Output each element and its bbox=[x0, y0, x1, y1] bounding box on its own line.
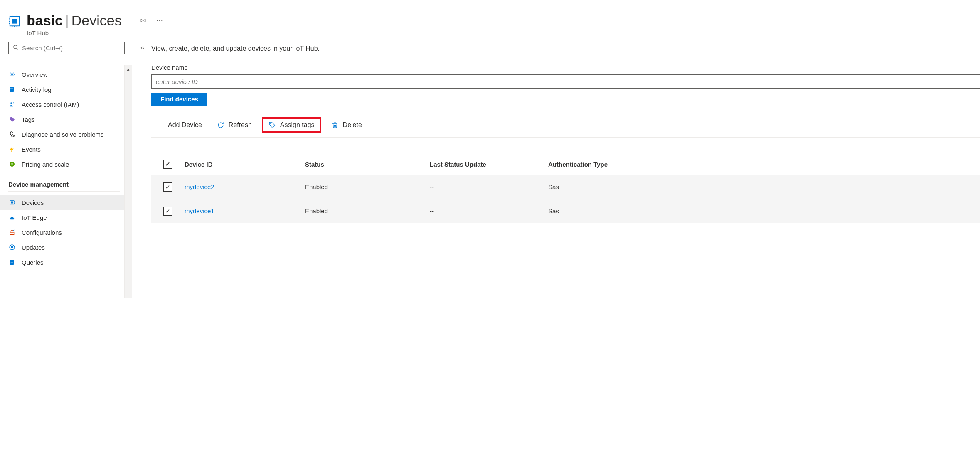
svg-rect-42 bbox=[11, 262, 13, 262]
title-separator: | bbox=[65, 12, 69, 29]
toolbar-label: Refresh bbox=[229, 121, 252, 129]
svg-line-18 bbox=[17, 48, 18, 50]
access-control-icon bbox=[8, 101, 16, 108]
sidebar-item-access-control[interactable]: Access control (IAM) bbox=[0, 97, 126, 112]
col-header-last-update[interactable]: Last Status Update bbox=[430, 161, 548, 168]
device-auth-type: Sas bbox=[548, 207, 714, 214]
pin-icon[interactable] bbox=[139, 17, 147, 25]
table-header-row: ✓ Device ID Status Last Status Update Au… bbox=[151, 153, 980, 175]
refresh-icon bbox=[217, 121, 224, 129]
sidebar-item-pricing[interactable]: $ Pricing and scale bbox=[0, 157, 126, 172]
col-header-auth-type[interactable]: Authentication Type bbox=[548, 161, 714, 168]
queries-icon bbox=[8, 258, 16, 266]
svg-rect-37 bbox=[10, 232, 14, 234]
sidebar-item-overview[interactable]: Overview bbox=[0, 67, 126, 82]
plus-icon bbox=[156, 121, 164, 129]
devices-table: ✓ Device ID Status Last Status Update Au… bbox=[151, 153, 980, 223]
main-content: View, create, delete, and update devices… bbox=[131, 42, 980, 270]
sidebar-item-label: Events bbox=[22, 146, 41, 153]
sidebar-item-events[interactable]: Events bbox=[0, 142, 126, 157]
sidebar-search[interactable] bbox=[8, 42, 125, 54]
row-checkbox[interactable]: ✓ bbox=[163, 182, 172, 192]
sidebar: ▲ Overview Activity log Access control (… bbox=[0, 42, 131, 270]
sidebar-item-label: Configurations bbox=[22, 229, 62, 236]
sidebar-scrollbar[interactable]: ▲ bbox=[124, 65, 132, 298]
sidebar-item-label: Access control (IAM) bbox=[22, 101, 79, 108]
service-label: IoT Hub bbox=[27, 30, 122, 37]
sidebar-item-updates[interactable]: Updates bbox=[0, 240, 126, 255]
activity-log-icon bbox=[8, 86, 16, 93]
refresh-button[interactable]: Refresh bbox=[212, 119, 257, 131]
sidebar-item-label: Devices bbox=[22, 199, 44, 206]
page-header: basic | Devices IoT Hub bbox=[0, 0, 980, 42]
col-header-status[interactable]: Status bbox=[305, 161, 430, 168]
assign-tags-button[interactable]: Assign tags bbox=[268, 120, 315, 130]
configurations-icon bbox=[8, 229, 16, 236]
svg-rect-43 bbox=[11, 263, 12, 263]
sidebar-item-label: Updates bbox=[22, 244, 45, 251]
device-status: Enabled bbox=[305, 207, 430, 214]
events-icon bbox=[8, 145, 16, 153]
table-row: ✓ mydevice1 Enabled -- Sas bbox=[151, 199, 980, 223]
table-row: ✓ mydevice2 Enabled -- Sas bbox=[151, 175, 980, 199]
sidebar-item-activity-log[interactable]: Activity log bbox=[0, 82, 126, 97]
svg-rect-21 bbox=[10, 88, 13, 88]
updates-icon bbox=[8, 244, 16, 251]
device-status: Enabled bbox=[305, 183, 430, 190]
sidebar-item-devices[interactable]: Devices bbox=[0, 195, 126, 210]
select-all-checkbox[interactable]: ✓ bbox=[163, 160, 172, 169]
sidebar-item-queries[interactable]: Queries bbox=[0, 255, 126, 270]
toolbar-label: Assign tags bbox=[280, 121, 315, 129]
toolbar: Add Device Refresh Assign tags bbox=[151, 117, 980, 138]
sidebar-section-device-management: Device management bbox=[8, 172, 120, 192]
svg-point-15 bbox=[159, 20, 160, 21]
devices-icon bbox=[8, 199, 16, 206]
sidebar-item-label: Diagnose and solve problems bbox=[22, 131, 104, 138]
trash-icon bbox=[331, 121, 339, 129]
tags-icon bbox=[8, 116, 16, 123]
svg-point-46 bbox=[271, 123, 271, 124]
resource-icon bbox=[8, 15, 21, 27]
device-id-link[interactable]: mydevice1 bbox=[185, 207, 305, 214]
svg-point-24 bbox=[13, 102, 14, 103]
sidebar-item-label: Pricing and scale bbox=[22, 161, 69, 168]
row-checkbox[interactable]: ✓ bbox=[163, 207, 172, 216]
sidebar-item-configurations[interactable]: Configurations bbox=[0, 225, 126, 240]
scroll-up-icon[interactable]: ▲ bbox=[125, 65, 132, 73]
device-last-update: -- bbox=[430, 207, 548, 214]
pricing-icon: $ bbox=[8, 160, 16, 168]
device-id-link[interactable]: mydevice2 bbox=[185, 183, 305, 190]
delete-button[interactable]: Delete bbox=[326, 119, 367, 131]
assign-tags-highlight: Assign tags bbox=[262, 117, 321, 133]
sidebar-item-iot-edge[interactable]: IoT Edge bbox=[0, 210, 126, 225]
device-name-label: Device name bbox=[151, 64, 980, 71]
more-icon[interactable] bbox=[156, 17, 163, 25]
svg-rect-41 bbox=[11, 261, 13, 261]
sidebar-item-tags[interactable]: Tags bbox=[0, 112, 126, 127]
search-icon bbox=[13, 44, 19, 52]
device-auth-type: Sas bbox=[548, 183, 714, 190]
sidebar-item-label: Queries bbox=[22, 259, 44, 266]
find-devices-button[interactable]: Find devices bbox=[151, 93, 207, 106]
svg-rect-30 bbox=[11, 202, 13, 203]
sidebar-item-label: IoT Edge bbox=[22, 214, 47, 221]
svg-point-23 bbox=[10, 102, 12, 104]
svg-point-17 bbox=[14, 45, 17, 49]
tag-icon bbox=[268, 121, 276, 129]
svg-point-39 bbox=[11, 246, 13, 248]
page-title: Devices bbox=[71, 12, 122, 29]
page-description: View, create, delete, and update devices… bbox=[151, 45, 980, 52]
diagnose-icon bbox=[8, 130, 16, 138]
overview-icon bbox=[8, 71, 16, 78]
device-id-input[interactable] bbox=[151, 74, 980, 89]
col-header-device-id[interactable]: Device ID bbox=[185, 161, 305, 168]
sidebar-item-diagnose[interactable]: Diagnose and solve problems bbox=[0, 127, 126, 142]
svg-point-26 bbox=[13, 135, 15, 137]
toolbar-label: Add Device bbox=[168, 121, 202, 129]
collapse-sidebar-icon[interactable] bbox=[140, 45, 145, 52]
svg-rect-1 bbox=[12, 19, 17, 23]
search-input[interactable] bbox=[22, 44, 120, 52]
add-device-button[interactable]: Add Device bbox=[151, 119, 207, 131]
svg-text:$: $ bbox=[11, 162, 13, 166]
svg-point-16 bbox=[161, 20, 162, 21]
